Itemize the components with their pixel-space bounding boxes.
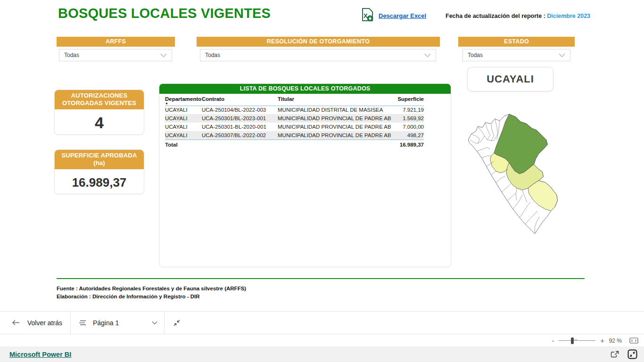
kpi-authorizations-card: AUTORIZACIONES OTORGADAS VIGENTES 4 (54, 90, 144, 135)
cell-contrato: UCA-250301-BL-2020-001 (202, 123, 278, 131)
cell-departamento: UCAYALI (165, 106, 202, 114)
filter-estado-value: Todas (468, 52, 483, 58)
kpi-surface-card: SUPERFICIE APROBADA (ha) 16.989,37 (54, 149, 144, 194)
zoom-slider-handle[interactable] (571, 337, 574, 344)
download-excel-link[interactable]: Descargar Excel (379, 12, 426, 19)
chevron-down-icon (160, 53, 167, 58)
kpi-surface-title-line2: (ha) (57, 159, 142, 167)
filter-arffs: ARFFS Todas (57, 37, 175, 61)
col-superficie[interactable]: Superficie (391, 95, 424, 106)
chevron-down-icon (559, 53, 565, 58)
green-divider (57, 278, 585, 279)
col-contrato[interactable]: Contrato (202, 95, 278, 106)
report-date-value: Diciembre 2023 (547, 13, 590, 19)
cell-contrato: UCA-250301/BL-2023-001 (202, 114, 278, 123)
powerbi-brand-link[interactable]: Microsoft Power BI (9, 351, 71, 358)
fit-to-page-icon[interactable] (629, 337, 638, 344)
page-selector-label: Página 1 (93, 319, 119, 327)
cell-superficie: 498,27 (391, 131, 424, 140)
report-date: Fecha de actualización del reporte : Dic… (446, 13, 590, 19)
report-nav-bar: Volver atrás Página 1 (0, 311, 644, 334)
kpi-surface-value: 16.989,37 (55, 169, 144, 190)
focus-mode-icon[interactable] (627, 349, 637, 359)
source-note: Fuente : Autoridades Regionales Forestal… (57, 286, 246, 291)
cell-titular: MUNICIPALIDAD PROVINCIAL DE PADRE ABAD (278, 123, 391, 131)
collapse-diagonal-icon (173, 319, 181, 327)
col-departamento-label: Departamento (165, 96, 201, 102)
kpi-authorizations-value: 4 (55, 109, 144, 132)
table-row[interactable]: UCAYALI UCA-250301-BL-2020-001 MUNICIPAL… (165, 123, 424, 131)
kpi-authorizations-title-line1: AUTORIZACIONES (57, 92, 142, 99)
table-title: LISTA DE BOSQUES LOCALES OTORGADOS (159, 84, 451, 94)
cell-titular: MUNICIPALIDAD PROVINCIAL DE PADRE ABAD (278, 114, 391, 123)
back-button[interactable]: Volver atrás (0, 312, 70, 334)
cell-titular: MUNICIPALIDAD PROVINCIAL DE PADRE ABAD (278, 131, 391, 140)
table-row[interactable]: UCAYALI UCA-250104/BL-2022-003 MUNICIPAL… (165, 106, 424, 114)
filter-resolucion-dropdown[interactable]: Todas (200, 49, 436, 61)
elaboration-note: Elaboración : Dirección de Información y… (57, 294, 200, 299)
table-row[interactable]: UCAYALI UCA-250301/BL-2023-001 MUNICIPAL… (165, 114, 424, 123)
cell-superficie: 1.569,92 (391, 114, 424, 123)
page-selector[interactable]: Página 1 (71, 312, 164, 334)
forest-table: Departamento ▲ Contrato Titular Superfic… (165, 95, 424, 149)
cell-superficie: 7.921,19 (391, 106, 424, 114)
zoom-slider[interactable] (559, 337, 595, 344)
kpi-authorizations-title: AUTORIZACIONES OTORGADAS VIGENTES (55, 90, 144, 109)
back-button-label: Volver atrás (27, 319, 62, 327)
report-date-label: Fecha de actualización del reporte : (446, 13, 547, 19)
cell-superficie: 7.000,00 (391, 123, 424, 131)
filter-arffs-value: Todas (64, 52, 79, 58)
zoom-in-button[interactable]: + (600, 337, 604, 344)
filter-arffs-dropdown[interactable]: Todas (59, 49, 172, 61)
forest-list-table-card: LISTA DE BOSQUES LOCALES OTORGADOS Depar… (159, 83, 451, 267)
share-icon[interactable] (611, 351, 619, 358)
filter-arffs-header: ARFFS (57, 37, 175, 47)
cell-departamento: UCAYALI (165, 114, 202, 123)
kpi-authorizations-title-line2: OTORGADAS VIGENTES (57, 99, 142, 107)
chevron-down-icon (152, 321, 157, 325)
powerbi-footer: Microsoft Power BI (0, 346, 644, 362)
cell-contrato: UCA-250104/BL-2022-003 (202, 106, 278, 114)
zoom-slider-tick (575, 339, 577, 340)
cell-contrato: UCA-250307/BL-2022-002 (202, 131, 278, 140)
kpi-surface-title-line1: SUPERFICIE APROBADA (57, 152, 142, 159)
col-departamento[interactable]: Departamento ▲ (165, 95, 202, 106)
cell-departamento: UCAYALI (165, 123, 202, 131)
back-arrow-icon (12, 320, 20, 326)
filter-resolucion-header: RESOLUCIÓN DE OTORGAMIENTO (197, 37, 440, 47)
chevron-down-icon (424, 53, 431, 58)
table-total-row: Total 16.989,37 (165, 140, 424, 149)
sort-ascending-icon: ▲ (165, 102, 202, 105)
kpi-surface-title: SUPERFICIE APROBADA (ha) (55, 150, 144, 169)
region-name-card: UCAYALI (467, 67, 553, 91)
excel-download-icon[interactable]: X (360, 7, 375, 22)
cell-titular: MUNICIPALIDAD DISTRITAL DE MASISEA (278, 106, 391, 114)
peru-map[interactable] (463, 109, 564, 242)
report-canvas: BOSQUES LOCALES VIGENTES X Descargar Exc… (0, 0, 644, 362)
zoom-slider-track[interactable] (559, 340, 595, 341)
total-label: Total (165, 140, 202, 149)
filter-resolucion-value: Todas (205, 52, 220, 58)
table-row[interactable]: UCAYALI UCA-250307/BL-2022-002 MUNICIPAL… (165, 131, 424, 140)
filter-estado-header: ESTADO (458, 37, 575, 47)
zoom-level: 92 % (609, 337, 622, 344)
exit-focus-button[interactable] (165, 312, 189, 334)
page-list-icon (79, 320, 86, 326)
cell-departamento: UCAYALI (165, 131, 202, 140)
table-header-row: Departamento ▲ Contrato Titular Superfic… (165, 95, 424, 106)
col-titular[interactable]: Titular (278, 95, 391, 106)
total-value: 16.989,37 (391, 140, 424, 149)
page-title: BOSQUES LOCALES VIGENTES (58, 6, 271, 21)
filter-estado: ESTADO Todas (458, 37, 575, 61)
zoom-out-button[interactable]: - (552, 337, 554, 344)
filter-resolucion: RESOLUCIÓN DE OTORGAMIENTO Todas (197, 37, 440, 61)
zoom-controls: - + 92 % (0, 335, 644, 346)
filter-estado-dropdown[interactable]: Todas (462, 49, 570, 61)
